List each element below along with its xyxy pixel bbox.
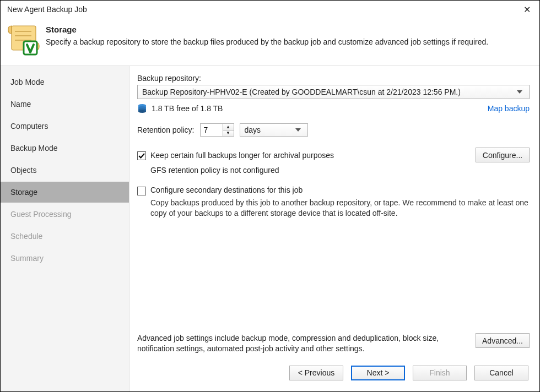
- previous-button[interactable]: < Previous: [289, 366, 343, 380]
- header-desc: Specify a backup repository to store the…: [46, 37, 533, 46]
- step-storage[interactable]: Storage: [1, 182, 129, 203]
- disk-icon: [137, 104, 147, 113]
- advanced-button[interactable]: Advanced...: [476, 333, 530, 348]
- wizard-sidebar: Job Mode Name Computers Backup Mode Obje…: [1, 66, 129, 391]
- wizard-footer: < Previous Next > Finish Cancel: [137, 362, 530, 384]
- repo-label: Backup repository:: [137, 74, 530, 83]
- repo-value: Backup Repository-HPHV02-E (Created by G…: [142, 88, 517, 96]
- step-guest-processing: Guest Processing: [1, 204, 129, 225]
- step-name[interactable]: Name: [1, 94, 129, 115]
- window-title: New Agent Backup Job: [7, 5, 514, 14]
- svg-point-11: [138, 110, 146, 113]
- next-button[interactable]: Next >: [351, 366, 405, 380]
- step-summary: Summary: [1, 248, 129, 269]
- step-backup-mode[interactable]: Backup Mode: [1, 138, 129, 159]
- step-computers[interactable]: Computers: [1, 116, 129, 137]
- finish-button: Finish: [413, 366, 467, 380]
- retention-input[interactable]: [201, 124, 223, 136]
- gfs-checkbox-label: Keep certain full backups longer for arc…: [150, 151, 476, 160]
- header-text: Storage Specify a backup repository to s…: [46, 21, 533, 58]
- retention-spinner[interactable]: ▲ ▼: [200, 123, 234, 137]
- repo-dropdown[interactable]: Backup Repository-HPHV02-E (Created by G…: [137, 85, 530, 99]
- close-icon: ✕: [523, 4, 531, 15]
- advanced-desc: Advanced job settings include backup mod…: [137, 333, 476, 354]
- cancel-button[interactable]: Cancel: [474, 366, 528, 380]
- close-button[interactable]: ✕: [514, 1, 539, 18]
- header-icon: [7, 23, 40, 56]
- wizard-window: New Agent Backup Job ✕ Storage Specify a…: [0, 0, 540, 392]
- step-schedule: Schedule: [1, 226, 129, 247]
- configure-button[interactable]: Configure...: [476, 148, 530, 162]
- spinner-up-icon[interactable]: ▲: [223, 124, 234, 130]
- step-objects[interactable]: Objects: [1, 160, 129, 181]
- chevron-down-icon: [295, 128, 307, 132]
- wizard-main: Backup repository: Backup Repository-HPH…: [129, 66, 539, 391]
- spinner-down-icon[interactable]: ▼: [223, 130, 234, 137]
- chevron-down-icon: [517, 90, 529, 94]
- wizard-header: Storage Specify a backup repository to s…: [1, 18, 539, 66]
- secondary-desc: Copy backups produced by this job to ano…: [150, 198, 530, 219]
- gfs-checkbox[interactable]: [137, 151, 146, 160]
- free-space-text: 1.8 TB free of 1.8 TB: [152, 104, 488, 113]
- header-title: Storage: [46, 25, 533, 34]
- gfs-status-text: GFS retention policy is not configured: [137, 166, 530, 175]
- retention-label: Retention policy:: [137, 126, 195, 134]
- step-job-mode[interactable]: Job Mode: [1, 72, 129, 92]
- map-backup-link[interactable]: Map backup: [488, 104, 530, 113]
- titlebar: New Agent Backup Job ✕: [1, 1, 539, 18]
- secondary-checkbox-label: Configure secondary destinations for thi…: [150, 186, 530, 194]
- retention-unit-dropdown[interactable]: days: [240, 123, 308, 137]
- retention-unit-value: days: [245, 126, 261, 134]
- secondary-checkbox[interactable]: [137, 187, 146, 195]
